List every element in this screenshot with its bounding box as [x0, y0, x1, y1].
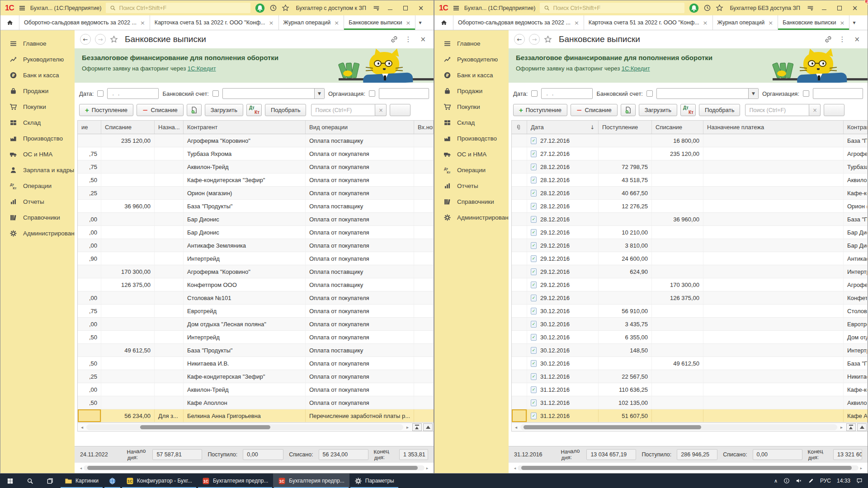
- writeoff-button[interactable]: −Списание: [137, 104, 184, 116]
- favorites-icon[interactable]: [282, 4, 289, 12]
- main-menu-icon[interactable]: [19, 5, 26, 12]
- form-scroll-right-icon[interactable]: ▸: [859, 466, 864, 470]
- column-header[interactable]: Списание: [652, 121, 703, 134]
- tab-close-icon[interactable]: ×: [703, 19, 708, 26]
- favorite-star-icon[interactable]: [110, 35, 118, 43]
- column-header[interactable]: Назначение платежа: [703, 121, 844, 134]
- table-row[interactable]: ,25Орион (магазин)Оплата от покупателя: [78, 187, 434, 200]
- table-row[interactable]: 31.12.2016102 135,00Аквилон-Трейд: [512, 396, 868, 409]
- column-header[interactable]: Контрагент: [184, 121, 306, 134]
- account-checkbox[interactable]: [646, 90, 653, 97]
- tab[interactable]: Банковские выписки ×: [344, 15, 415, 30]
- tab-close-icon[interactable]: ×: [768, 19, 773, 26]
- table-row[interactable]: 30.12.20166 355,00Дом отдыха "Лесная пол…: [512, 331, 868, 344]
- scroll-up-button[interactable]: [857, 423, 867, 431]
- sidebar-item[interactable]: Зарплата и кадры: [0, 162, 75, 178]
- table-row[interactable]: 30.12.201649 612,50База "Продукты": [512, 357, 868, 370]
- table-row[interactable]: ,75ЕвротрейдОплата от покупателя: [78, 305, 434, 318]
- task-view-button[interactable]: [40, 474, 60, 488]
- table-row[interactable]: 28.12.201672 798,75Турбаза Яхрома: [512, 160, 868, 174]
- sidebar-item[interactable]: Склад: [0, 115, 75, 131]
- date-checkbox[interactable]: [97, 90, 104, 97]
- org-input[interactable]: [813, 88, 863, 99]
- service-menu-icon[interactable]: [807, 4, 814, 12]
- pick-button[interactable]: Подобрать: [699, 104, 740, 116]
- scroll-left-icon[interactable]: ◂: [513, 425, 519, 430]
- table-row[interactable]: 49 612,50База "Продукты"Оплата поставщик…: [78, 344, 434, 357]
- sidebar-item[interactable]: Операции: [0, 178, 75, 194]
- sidebar-item[interactable]: Руководителю: [434, 52, 509, 67]
- notifications-icon[interactable]: [255, 3, 265, 13]
- table-row[interactable]: 126 375,00Конфетпром ООООплата поставщик…: [78, 278, 434, 291]
- table-row[interactable]: 29.12.2016170 300,00Агроферма "Коровино": [512, 278, 868, 291]
- clock[interactable]: 14:33: [837, 478, 850, 484]
- tab[interactable]: Журнал операций ×: [279, 15, 344, 30]
- more-toolbar-button[interactable]: [390, 104, 410, 116]
- sidebar-item[interactable]: Банк и касса: [434, 67, 509, 83]
- promo-banner[interactable]: Беззалоговое финансирование для пополнен…: [75, 48, 434, 83]
- column-header[interactable]: ие: [78, 121, 101, 134]
- credit-link[interactable]: 1С:Кредит: [622, 65, 650, 72]
- maximize-button[interactable]: [400, 0, 411, 15]
- scroll-left-icon[interactable]: ◂: [79, 425, 85, 430]
- taskbar-app[interactable]: Конфигуратор - Бухг...: [121, 474, 197, 488]
- tab[interactable]: Карточка счета 51 за 2022 г. ООО "Конф..…: [150, 15, 279, 30]
- global-search-input[interactable]: Поиск Ctrl+Shift+F: [106, 3, 250, 13]
- date-checkbox[interactable]: [531, 90, 538, 97]
- column-header[interactable]: Поступление: [599, 121, 652, 134]
- table-row[interactable]: 30.12.2016148,50Интертрейд: [512, 344, 868, 357]
- tab-close-icon[interactable]: ×: [269, 19, 274, 26]
- tab[interactable]: Оборотно-сальдовая ведомость за 2022 ...…: [19, 15, 150, 30]
- sidebar-item[interactable]: Главное: [434, 36, 509, 52]
- table-row[interactable]: 31.12.201651 607,50Кафе Аполлон: [512, 409, 868, 422]
- info-tray-icon[interactable]: [783, 478, 790, 484]
- close-panel-icon[interactable]: ×: [418, 35, 428, 43]
- sidebar-item[interactable]: Производство: [0, 131, 75, 146]
- maximize-button[interactable]: [834, 0, 845, 15]
- clear-search-icon[interactable]: ×: [809, 104, 821, 116]
- history-icon[interactable]: [703, 4, 711, 12]
- favorite-star-icon[interactable]: [544, 35, 552, 43]
- sidebar-item[interactable]: Справочники: [0, 210, 75, 225]
- dropdown-icon[interactable]: ▼: [314, 89, 324, 99]
- table-row[interactable]: ,90ИнтертрейдОплата от покупателя: [78, 252, 434, 265]
- taskbar-app[interactable]: [104, 474, 121, 488]
- taskbar-app[interactable]: Картинки: [60, 474, 104, 488]
- more-actions-icon[interactable]: ⋮: [836, 35, 848, 43]
- home-tab[interactable]: [434, 15, 453, 30]
- dropdown-icon[interactable]: ▼: [748, 89, 758, 99]
- taskbar-search-button[interactable]: [20, 474, 40, 488]
- home-tab[interactable]: [0, 15, 19, 30]
- table-row[interactable]: ,75Турбаза ЯхромаОплата от покупателя: [78, 147, 434, 160]
- table-row[interactable]: ,50Кафе АполлонОплата от покупателя: [78, 396, 434, 409]
- table-row[interactable]: ,50Кафе-кондитерская "Зефир"Оплата от по…: [78, 174, 434, 187]
- sidebar-item[interactable]: Справочники: [434, 194, 509, 210]
- get-link-icon[interactable]: [390, 35, 398, 43]
- sidebar-item[interactable]: Операции: [434, 162, 509, 178]
- table-row[interactable]: ,00Бар ДионисОплата от покупателя: [78, 213, 434, 226]
- tab[interactable]: Банковские выписки ×: [778, 15, 849, 30]
- table-row[interactable]: 28.12.201640 667,50Кафе-кондитерская "Зе…: [512, 187, 868, 200]
- pen-icon[interactable]: [808, 478, 814, 484]
- table-row[interactable]: 28.12.201636 960,00База "Продукты": [512, 213, 868, 226]
- table-row[interactable]: ,25Кафе-кондитерская "Зефир"Оплата от по…: [78, 370, 434, 383]
- search-input[interactable]: Поиск (Ctrl+F): [745, 104, 809, 116]
- back-icon[interactable]: ←: [80, 34, 91, 45]
- sidebar-item[interactable]: Покупки: [0, 99, 75, 115]
- table-row[interactable]: 29.12.2016126 375,00Конфетпром ООО: [512, 291, 868, 305]
- table-row[interactable]: ,50ИнтертрейдОплата от покупателя: [78, 331, 434, 344]
- scroll-thumb[interactable]: [524, 425, 701, 429]
- table-row[interactable]: ,50Никитаева И.В.Оплата от покупателя: [78, 357, 434, 370]
- table-row[interactable]: 29.12.20163 810,00Бар Дионис: [512, 239, 868, 252]
- org-checkbox[interactable]: [803, 90, 809, 97]
- table-row[interactable]: 56 234,00Для з...Белкина Анна Григорьевн…: [78, 409, 434, 422]
- table-row[interactable]: 29.12.2016624,90Интертрейд: [512, 265, 868, 278]
- sidebar-item[interactable]: Банк и касса: [0, 67, 75, 83]
- close-window-button[interactable]: ×: [849, 0, 860, 15]
- sidebar-item[interactable]: Администрирование: [0, 225, 75, 241]
- column-header[interactable]: Контрагент: [844, 121, 868, 134]
- date-input[interactable]: . .: [107, 88, 159, 99]
- minimize-button[interactable]: [819, 0, 830, 15]
- forward-icon[interactable]: →: [529, 34, 540, 45]
- form-scroll-left-icon[interactable]: ◂: [512, 466, 518, 470]
